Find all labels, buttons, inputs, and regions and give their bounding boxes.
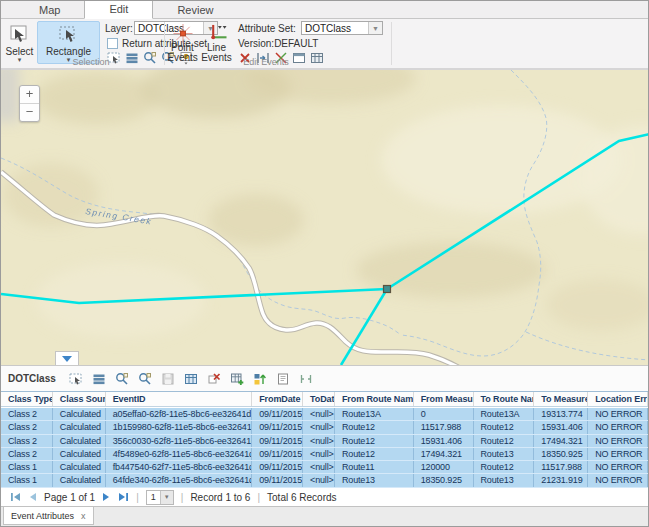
table-cell: Calculated (53, 408, 106, 420)
table-row[interactable]: Class 1Calculatedfb447540-62f7-11e5-8bc6… (1, 461, 648, 474)
table-cell: fb447540-62f7-11e5-8bc6-ee32641d5ec9 (106, 461, 253, 473)
table-row[interactable]: Class 1Calculated64fde340-62f8-11e5-8bc6… (1, 474, 648, 487)
table-cell: Calculated (53, 435, 106, 447)
table-cell: Class 1 (1, 474, 53, 486)
next-page-button[interactable] (102, 492, 111, 502)
table-cell: Route11 (335, 461, 414, 473)
attribute-set-combobox[interactable]: DOTClass ▼ (301, 21, 383, 35)
return-attribute-set-checkbox[interactable] (107, 38, 118, 49)
attribute-table-icon[interactable] (184, 372, 198, 386)
basemap: Spring Creek (1, 70, 649, 365)
show-rows-icon[interactable] (92, 372, 106, 386)
selection-group-label: Selection (41, 57, 141, 67)
notes-icon[interactable] (276, 372, 290, 386)
zoom-to-record-icon[interactable] (115, 372, 129, 386)
table-cell: 15931.406 (534, 421, 588, 433)
last-page-button[interactable] (118, 492, 129, 502)
first-page-button[interactable] (10, 492, 21, 502)
table-cell: 18350.925 (534, 448, 588, 460)
ribbon: Select ▾ Rectangle ▾ Layer: DOTClass ▼ R… (1, 19, 648, 70)
tab-edit[interactable]: Edit (84, 0, 153, 19)
tab-map[interactable]: Map (15, 2, 84, 18)
total-records-text: Total 6 Records (267, 492, 336, 503)
edit-events-group-label: Edit Events (211, 57, 321, 67)
tab-review[interactable]: Review (153, 2, 237, 18)
page-number-arrow-icon[interactable]: ▼ (160, 491, 173, 504)
table-cell: <null> (303, 448, 335, 460)
column-header[interactable]: To Measure (534, 392, 588, 406)
table-row[interactable]: Class 2Calculated1b159980-62f8-11e5-8bc6… (1, 421, 648, 434)
attribute-set-combobox-arrow-icon[interactable]: ▼ (368, 22, 382, 34)
measure-view-icon[interactable] (299, 372, 313, 386)
table-cell: 09/11/2015 (252, 435, 303, 447)
pan-to-record-icon[interactable] (138, 372, 152, 386)
delete-record-icon[interactable] (207, 372, 221, 386)
table-cell: 09/11/2015 (252, 474, 303, 486)
table-cell: NO ERROR (588, 421, 648, 433)
table-cell: 09/11/2015 (252, 448, 303, 460)
table-cell: Route12 (335, 435, 414, 447)
table-header-row: Class TypeClass SourceEventIDFromDateToD… (1, 391, 648, 407)
version-label: Version:DEFAULT (238, 38, 318, 49)
table-cell: <null> (303, 421, 335, 433)
table-cell: 11517.988 (414, 421, 474, 433)
table-cell: NO ERROR (588, 461, 648, 473)
table-cell: NO ERROR (588, 448, 648, 460)
column-header[interactable]: Location Error (588, 392, 648, 406)
sort-records-icon[interactable] (253, 372, 267, 386)
table-cell: Route13 (335, 474, 414, 486)
zoom-to-selected-icon[interactable] (143, 51, 157, 65)
table-row[interactable]: Class 2Calculateda05effa0-62f8-11e5-8bc6… (1, 408, 648, 421)
table-cell: Calculated (53, 474, 106, 486)
table-cell: Route13A (335, 408, 414, 420)
pager-separator: | (257, 492, 260, 503)
table-cell: Class 1 (1, 461, 53, 473)
previous-page-button[interactable] (28, 492, 37, 502)
column-header[interactable]: Class Type (1, 392, 53, 406)
save-edits-icon[interactable] (161, 372, 175, 386)
event-editor-window: Map Edit Review Select ▾ Rectangle ▾ Lay… (0, 0, 649, 527)
column-header[interactable]: From Route Name (335, 392, 414, 406)
table-cell: NO ERROR (588, 474, 648, 486)
page-number-value: 1 (147, 492, 160, 502)
tab-event-attributes[interactable]: Event Attributes x (3, 507, 94, 525)
table-pagination-bar: Page 1 of 1 | 1 ▼ | Record 1 to 6 | Tota… (1, 488, 648, 506)
table-cell: Class 2 (1, 408, 53, 420)
zoom-out-button[interactable]: − (20, 104, 39, 121)
point-events-icon (172, 24, 194, 43)
first-page-icon (10, 492, 21, 502)
select-tool-button[interactable]: Select ▾ (4, 21, 35, 64)
select-tool-icon (9, 24, 31, 46)
table-cell: 0 (414, 408, 474, 420)
table-row[interactable]: Class 2Calculated4f5489e0-62f8-11e5-8bc6… (1, 448, 648, 461)
table-cell: 120000 (414, 461, 474, 473)
zoom-in-button[interactable]: + (20, 86, 39, 104)
route-junction-marker[interactable] (384, 286, 391, 293)
table-cell: 19313.774 (534, 408, 588, 420)
pager-separator: | (136, 492, 139, 503)
column-header[interactable]: EventID (106, 392, 253, 406)
map-canvas[interactable]: Spring Creek + − (1, 70, 649, 365)
ribbon-tab-strip: Map Edit Review (1, 1, 648, 19)
select-records-icon[interactable] (69, 372, 83, 386)
page-number-select[interactable]: 1 ▼ (146, 490, 174, 505)
attribute-set-combobox-value: DOTClass (302, 23, 368, 34)
add-record-icon[interactable] (230, 372, 244, 386)
column-header[interactable]: To Route Name (474, 392, 535, 406)
table-row[interactable]: Class 2Calculated356c0030-62f8-11e5-8bc6… (1, 435, 648, 448)
table-cell: Route12 (474, 461, 535, 473)
panel-collapse-button[interactable] (55, 351, 79, 365)
table-cell: 09/11/2015 (252, 421, 303, 433)
column-header[interactable]: ToDate (303, 392, 335, 406)
table-cell: 17494.321 (534, 435, 588, 447)
column-header[interactable]: From Measure (414, 392, 474, 406)
column-header[interactable]: Class Source (53, 392, 106, 406)
column-header[interactable]: FromDate (252, 392, 303, 406)
point-events-button[interactable]: Point Events (167, 21, 198, 64)
table-cell: 4f5489e0-62f8-11e5-8bc6-ee32641d5ec9 (106, 448, 253, 460)
bottom-tab-bar: Event Attributes x (1, 506, 648, 526)
table-cell: Route12 (335, 421, 414, 433)
close-icon[interactable]: x (81, 511, 86, 521)
line-events-icon (206, 24, 228, 43)
page-indicator: Page 1 of 1 (44, 492, 95, 503)
